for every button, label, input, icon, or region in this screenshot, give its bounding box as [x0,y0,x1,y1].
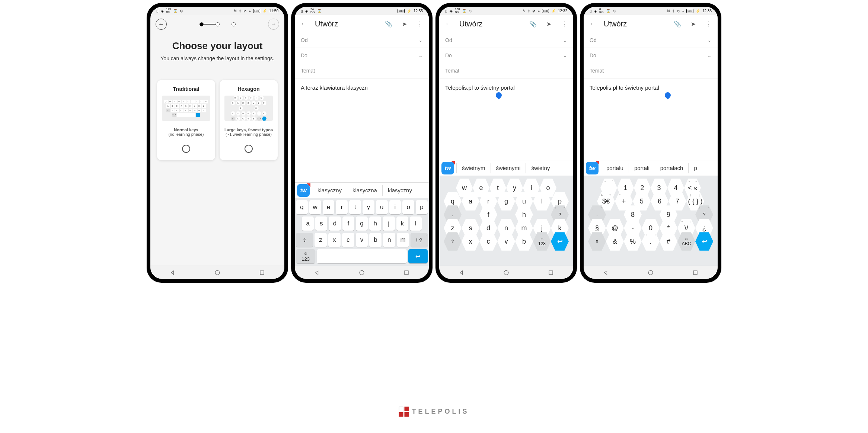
text-cursor-handle[interactable] [496,91,502,99]
back-arrow-icon[interactable]: ← [588,19,597,28]
key-r[interactable]: r [336,200,348,214]
attach-icon[interactable]: 📎 [384,19,393,28]
key-v[interactable]: v [356,233,368,247]
radio-traditional[interactable] [182,145,190,153]
key-percent[interactable]: % [623,231,642,251]
keyboard-logo-icon[interactable]: tw [297,184,310,197]
key-p[interactable]: p [416,200,428,214]
from-field[interactable]: Od⌄ [584,33,718,48]
suggestion-word[interactable]: portalu [601,163,629,173]
body-input[interactable]: Telepolis.pl to świetny portal [439,78,573,160]
key-hash[interactable]: # [659,231,678,251]
key-shift[interactable]: ⇧ [296,233,313,247]
suggestion-word[interactable]: klasyczna [347,185,382,196]
key-c[interactable]: c [479,231,498,251]
key-t[interactable]: t [349,200,361,214]
key-x[interactable]: x [328,233,341,247]
key-a[interactable]: a [302,216,314,231]
back-arrow-icon[interactable]: ← [444,19,453,28]
key-d[interactable]: d [329,216,341,231]
text-cursor-handle[interactable] [665,91,671,99]
keyboard-logo-icon[interactable]: tw [586,162,599,174]
key-v[interactable]: v [497,231,516,251]
subject-field[interactable]: Temat [295,63,429,78]
key-b[interactable]: b [369,233,382,247]
body-input[interactable]: Telepolis.pl to świetny portal [584,78,718,160]
key-j[interactable]: j [383,216,395,231]
key-y[interactable]: y [363,200,374,214]
send-icon[interactable]: ➤ [544,19,553,28]
body-input[interactable]: A teraz klawiatura klasyczn [295,78,429,182]
key-g[interactable]: g [356,216,368,231]
key-n[interactable]: n [383,233,395,247]
to-field[interactable]: Do⌄ [584,48,718,63]
nav-back-icon[interactable] [602,269,610,276]
key-q[interactable]: q [296,200,308,214]
back-arrow-icon[interactable]: ← [299,19,308,28]
nav-home-icon[interactable] [214,269,221,276]
key-c[interactable]: c [342,233,354,247]
nav-back-icon[interactable] [458,269,465,276]
key-punct[interactable]: ,! ? [411,233,428,247]
key-abc[interactable]: ☺ABC [677,231,696,251]
back-button[interactable]: ← [156,19,167,30]
subject-field[interactable]: Temat [439,63,573,78]
forward-button[interactable]: → [268,19,279,30]
suggestion-word[interactable]: świetnymi [491,163,526,173]
nav-home-icon[interactable] [358,269,366,276]
more-icon[interactable]: ⋮ [560,19,569,28]
key-m[interactable]: m [397,233,409,247]
nav-recent-icon[interactable] [547,269,555,276]
more-icon[interactable]: ⋮ [415,19,424,28]
key-o[interactable]: o [402,200,414,214]
key-w[interactable]: w [309,200,321,214]
suggestion-word[interactable]: świetny [526,163,555,173]
layout-card-hexagon[interactable]: Hexagon WETYIO QARGULP FH ZSDNMJK ⇧XCVB1… [220,80,278,160]
nav-back-icon[interactable] [169,269,176,276]
attach-icon[interactable]: 📎 [529,19,537,28]
send-icon[interactable]: ➤ [689,19,698,28]
attach-icon[interactable]: 📎 [673,19,682,28]
key-i[interactable]: i [389,200,401,214]
to-field[interactable]: Do⌄ [439,48,573,63]
nav-recent-icon[interactable] [692,269,699,276]
keyboard-logo-icon[interactable]: tw [441,162,454,174]
nav-recent-icon[interactable] [258,269,266,276]
key-enter[interactable]: ↩ [695,231,714,251]
key-e[interactable]: e [323,200,335,214]
to-field[interactable]: Do⌄ [295,48,429,63]
suggestion-word[interactable]: p [688,163,702,173]
suggestion-word[interactable]: świetnym [456,163,491,173]
from-field[interactable]: Od⌄ [439,33,573,48]
suggestion-word[interactable]: portalach [655,163,689,173]
key-amp[interactable]: & [606,231,624,251]
key-x[interactable]: x [461,231,480,251]
nav-recent-icon[interactable] [403,269,410,276]
key-u[interactable]: u [376,200,388,214]
key-f[interactable]: f [342,216,354,231]
nav-back-icon[interactable] [313,269,321,276]
key-123[interactable]: ☺123 [296,249,315,263]
key-dot[interactable]: :;. [641,231,660,251]
from-field[interactable]: Od⌄ [295,33,429,48]
key-l[interactable]: l [410,216,422,231]
nav-home-icon[interactable] [647,269,654,276]
more-icon[interactable]: ⋮ [704,19,713,28]
key-shift[interactable]: ⇧ [588,231,606,251]
key-h[interactable]: h [369,216,381,231]
key-space[interactable] [317,249,406,263]
suggestion-word[interactable]: klasyczny [312,185,347,196]
send-icon[interactable]: ➤ [400,19,409,28]
key-enter[interactable]: ↩ [551,231,569,251]
radio-hexagon[interactable] [245,145,253,153]
layout-card-traditional[interactable]: Traditional QWERTYUIOP ASDFGHJKL ⇧ZXCVBN… [157,80,215,160]
key-z[interactable]: z [315,233,327,247]
key-k[interactable]: k [396,216,408,231]
nav-home-icon[interactable] [502,269,510,276]
key-shift[interactable]: ⇧ [443,231,462,251]
key-b[interactable]: b [515,231,533,251]
key-enter[interactable]: ↩ [408,249,428,263]
suggestion-word[interactable]: klasyczny [382,185,417,196]
suggestion-word[interactable]: portali [629,163,655,173]
key-123[interactable]: ☺123 [533,231,551,251]
